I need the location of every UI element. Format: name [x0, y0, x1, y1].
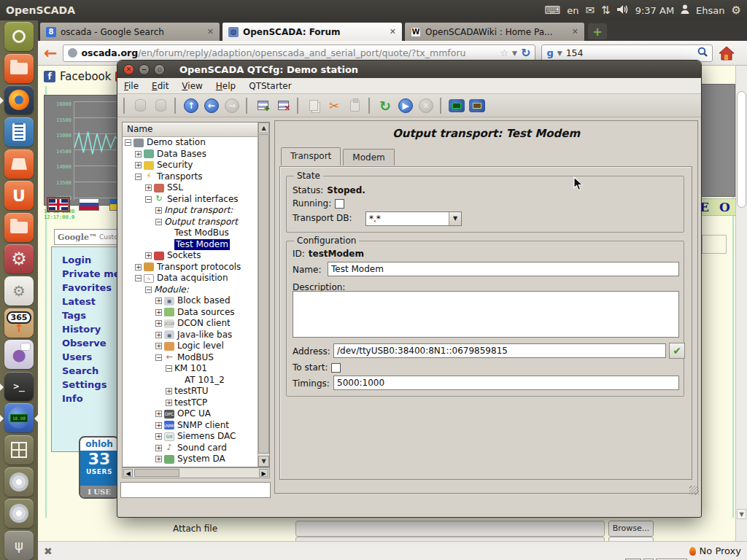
back-button[interactable]: ← [202, 96, 221, 115]
launcher-terminal-icon[interactable]: >_ [2, 372, 36, 402]
new-tab-button[interactable]: + [588, 23, 607, 39]
tree-item-sockets[interactable]: +Sockets [123, 250, 258, 262]
tree-header[interactable]: Name [123, 122, 258, 137]
tree-item-security[interactable]: +Security [123, 160, 258, 171]
search-bar[interactable]: g ▼ 154 [541, 44, 713, 62]
session-gear-icon[interactable]: ⚙ [732, 5, 741, 16]
url-dropdown-icon[interactable]: ▼ [512, 50, 517, 57]
tree-item-snmp-client[interactable]: +SNMPSNMP client [123, 420, 258, 432]
tree-item-testrtu[interactable]: +testRTU [123, 386, 258, 397]
reload-icon[interactable]: ↻ [521, 46, 530, 60]
keyboard-indicator-icon[interactable]: ⌨ [545, 5, 561, 16]
window-close-button[interactable]: ✕ [123, 64, 134, 75]
magnifier-icon[interactable] [697, 47, 708, 59]
tree-item-dcon-client[interactable]: +DCONDCON client [123, 318, 258, 330]
expand-icon[interactable]: + [155, 343, 162, 349]
window-minimize-button[interactable]: − [139, 64, 150, 75]
tree-search-input[interactable] [120, 482, 271, 498]
tree-item-data-acquisition[interactable]: −∿Data acquisition [123, 273, 258, 284]
combo-dropdown-icon[interactable]: ▼ [449, 212, 461, 225]
facebook-link[interactable]: Facebook [60, 70, 111, 83]
keyboard-layout[interactable]: en [567, 5, 578, 16]
add-item-button[interactable]: + [253, 96, 272, 115]
tree-item-demo-station[interactable]: −Demo station [123, 137, 258, 149]
start-button[interactable]: ▶ [396, 96, 415, 115]
expand-icon[interactable]: + [145, 184, 152, 191]
engine-dropdown-icon[interactable]: ▼ [557, 50, 562, 57]
cut-item-button[interactable]: ✂ [325, 96, 344, 115]
collapse-icon[interactable]: − [125, 139, 131, 146]
expand-icon[interactable]: + [155, 332, 162, 338]
tree-item-block-based[interactable]: +▦Block based [123, 295, 258, 307]
sidebar-link-observe[interactable]: Observe [62, 336, 119, 350]
launcher-cd-drive-1-icon[interactable] [2, 467, 36, 497]
tree-item-siemens-dac[interactable]: +SIESiemens DAC [123, 431, 258, 443]
browse-button[interactable]: Browse... [608, 521, 654, 537]
browser-tab[interactable]: WOpenSCADAWiki : Home Pa...✕ [404, 22, 585, 41]
page-scrollbar-thumb[interactable] [737, 91, 746, 208]
tree-item-transports[interactable]: −⚡Transports [123, 171, 258, 183]
qtstarter-launch-button[interactable] [468, 96, 487, 115]
window-titlebar[interactable]: ✕ − ▫ OpenSCADA QTCfg: Demo station [117, 61, 701, 78]
sidebar-link-settings[interactable]: Settings [62, 378, 119, 392]
sidebar-link-users[interactable]: Users [62, 350, 119, 364]
tree-item-test-modem[interactable]: Test Modem [123, 239, 258, 251]
tree-hscrollbar[interactable]: ◀ ▶ [122, 467, 270, 478]
timings-input[interactable] [333, 376, 679, 390]
collapse-icon[interactable]: − [145, 287, 152, 293]
expand-icon[interactable]: + [135, 151, 142, 158]
tree-item-test-modbus[interactable]: Test ModBus [123, 228, 258, 239]
menu-file[interactable]: File [117, 81, 145, 91]
menu-edit[interactable]: Edit [145, 81, 175, 91]
expand-icon[interactable]: + [145, 252, 152, 259]
stop-button[interactable]: ✕ [417, 96, 436, 115]
expand-icon[interactable]: + [155, 298, 162, 304]
messages-icon[interactable]: ✉ [586, 5, 595, 16]
scroll-right-icon[interactable]: ▶ [259, 469, 268, 477]
launcher-system-settings-icon[interactable]: ⚙ [2, 244, 36, 274]
bookmark-star-icon[interactable]: ☆ [500, 47, 508, 58]
delete-item-button[interactable]: ✕ [274, 96, 293, 115]
url-text[interactable]: oscada.org/en/forum/reply/adaption/opens… [81, 47, 496, 58]
flag-russian[interactable] [79, 198, 99, 211]
launcher-ubuntu-dash-icon[interactable] [2, 22, 36, 52]
tree-item-opc-ua[interactable]: +OPCOPC UA [123, 408, 258, 420]
expand-icon[interactable]: + [135, 162, 142, 168]
sidebar-link-latest[interactable]: Latest [62, 295, 119, 308]
save-to-db-button[interactable] [151, 96, 170, 115]
collapse-icon[interactable]: − [155, 354, 162, 361]
tree-item-logic-level[interactable]: +Logic level [123, 341, 258, 352]
google-engine-icon[interactable]: g [546, 47, 553, 58]
page-scrollbar[interactable]: ▼ [735, 66, 747, 541]
tree-item-serial-interfaces[interactable]: −↻Serial interfaces [123, 194, 258, 206]
custom-search-box[interactable]: Google™Custom [54, 229, 120, 245]
page-scroll-down-icon[interactable]: ▼ [737, 509, 746, 519]
expand-icon[interactable]: + [155, 422, 162, 429]
tab-close-icon[interactable]: ✕ [207, 27, 214, 36]
window-maximize-button[interactable]: ▫ [154, 64, 165, 75]
copy-item-button[interactable] [304, 96, 323, 115]
expand-icon[interactable]: + [155, 445, 162, 451]
apply-check-button[interactable]: ✔ [669, 343, 685, 359]
tab-close-icon[interactable]: ✕ [572, 27, 578, 36]
expand-icon[interactable]: + [155, 433, 162, 440]
sidebar-link-favorites[interactable]: Favorites [62, 281, 119, 295]
sidebar-link-private-mess[interactable]: Private mess [62, 267, 119, 281]
sidebar-link-search[interactable]: Search [62, 364, 119, 378]
url-bar[interactable]: oscada.org/en/forum/reply/adaption/opens… [63, 44, 535, 62]
sidebar-link-login[interactable]: Login [62, 253, 119, 267]
tab-close-icon[interactable]: ✕ [390, 27, 396, 36]
tree-item-system-da[interactable]: +System DA [123, 454, 258, 465]
tree-vscrollbar[interactable]: ▲ ▼ [258, 122, 269, 467]
collapse-icon[interactable]: − [155, 219, 162, 225]
expand-icon[interactable]: + [155, 320, 162, 327]
home-button[interactable] [719, 46, 735, 61]
search-input[interactable]: 154 [566, 47, 694, 58]
launcher-software-center-icon[interactable] [2, 149, 36, 179]
launcher-openscada-icon[interactable]: 10.98 [2, 403, 36, 433]
collapse-icon[interactable]: − [145, 196, 152, 203]
tab-transport[interactable]: Transport [281, 147, 341, 166]
tree-item-at-101-2[interactable]: AT 101_2 [123, 375, 258, 386]
flag-english[interactable] [48, 198, 69, 211]
menu-view[interactable]: View [175, 81, 209, 91]
